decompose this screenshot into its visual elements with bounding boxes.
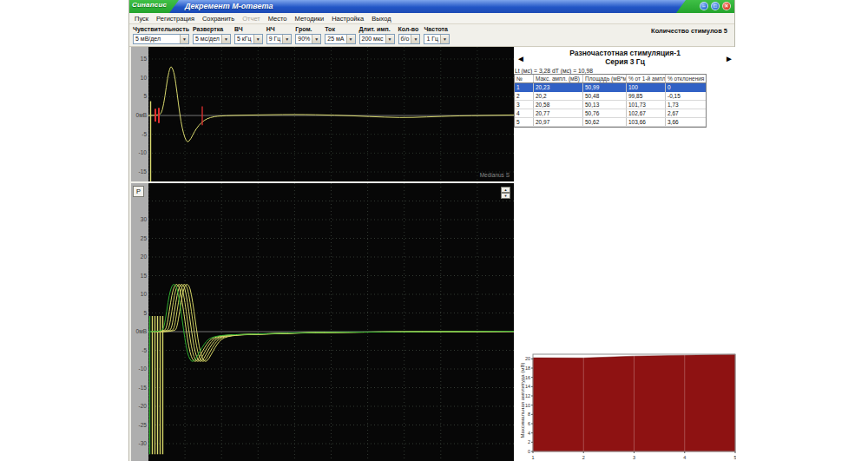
p-button[interactable]: P	[133, 186, 144, 197]
toolbar-group-3: ВЧ5 кГц▼	[234, 25, 263, 46]
combo-9[interactable]: 1 Гц▼	[424, 34, 450, 44]
top-chart-plot[interactable]: Medianus S	[148, 47, 514, 181]
table-row[interactable]: 320,5850,13101,731,73	[515, 101, 706, 109]
table-cell: 50,62	[583, 118, 627, 126]
menu-item-7[interactable]: Настройка	[332, 15, 364, 23]
combo-3[interactable]: 5 кГц▼	[234, 34, 263, 44]
menu-item-2[interactable]: Регистрация	[156, 15, 194, 23]
combo-value: 5 кГц	[235, 35, 253, 43]
table-row[interactable]: 520,9750,62103,663,66	[515, 118, 706, 127]
svg-text:2: 2	[528, 439, 530, 445]
chevron-down-icon[interactable]: ▼	[312, 35, 320, 43]
app-window: Синапсис Декремент М-ответа – □ ✕ ПускРе…	[128, 0, 735, 461]
next-series-button[interactable]: ►	[725, 55, 733, 63]
svg-text:20: 20	[525, 356, 530, 361]
toolbar-label: НЧ	[266, 25, 293, 34]
results-panel: ◄ ► Разночастотная стимуляция-1 Серия 3 …	[514, 47, 736, 461]
top-emg-waveform	[148, 47, 514, 181]
table-cell: 50,48	[583, 92, 627, 100]
svg-text:3: 3	[633, 455, 635, 460]
bottom-emg-chart: P 302520151050мВ-5-10-15-20-25-30 ▲ ▼	[131, 183, 514, 461]
combo-value: 1 Гц	[424, 35, 440, 43]
menu-item-1[interactable]: Пуск	[135, 15, 148, 23]
chevron-down-icon[interactable]: ▼	[180, 35, 188, 43]
chevron-down-icon[interactable]: ▼	[411, 35, 419, 43]
channel-label: Medianus S	[480, 172, 510, 178]
restore-button-icon[interactable]: □	[711, 2, 720, 10]
svg-text:6: 6	[528, 421, 530, 426]
y-axis-label: -30	[131, 440, 147, 447]
table-cell: 99,85	[627, 92, 666, 100]
toolbar-group-7: Длит. имп.200 мкс▼	[359, 25, 395, 46]
y-axis-label: 5	[131, 93, 147, 100]
combo-6[interactable]: 25 мА▼	[325, 34, 355, 44]
svg-text:10: 10	[525, 403, 530, 408]
chevron-down-icon[interactable]: ▼	[385, 35, 394, 43]
column-header: % отклонения	[666, 75, 706, 82]
chevron-down-icon[interactable]: ▼	[282, 35, 291, 43]
y-axis-label: 20	[131, 254, 147, 260]
toolbar-label: ВЧ	[234, 25, 263, 34]
combo-5[interactable]: 90%▼	[295, 34, 321, 44]
results-table: №Макс. ампл. (мВ)Площадь (мВ*мс)% от 1-й…	[514, 74, 707, 128]
chevron-down-icon[interactable]: ▼	[253, 35, 262, 43]
table-cell: -0,15	[666, 92, 706, 100]
toolbar-label: Длит. имп.	[359, 25, 395, 34]
table-cell: 20,2	[534, 92, 583, 100]
table-cell: 103,66	[627, 118, 666, 126]
table-cell: 1,73	[666, 101, 706, 109]
menu-item-5[interactable]: Место	[268, 15, 287, 23]
table-cell: 2,67	[666, 109, 706, 117]
y-axis-label: 25	[131, 235, 147, 242]
combo-2[interactable]: 5 мс/дел▼	[193, 34, 231, 44]
svg-text:4: 4	[528, 431, 530, 436]
svg-text:0: 0	[528, 449, 530, 454]
title-bar[interactable]: Синапсис Декремент М-ответа – □ ✕	[129, 0, 734, 13]
y-axis-label: 30	[131, 216, 147, 223]
combo-value: 5 мВ/дел	[134, 35, 180, 43]
bottom-chart-plot[interactable]: ▲ ▼	[148, 183, 514, 461]
table-cell: 20,23	[534, 83, 583, 92]
table-row[interactable]: 220,250,4899,85-0,15	[515, 92, 706, 101]
combo-7[interactable]: 200 мкс▼	[359, 34, 395, 44]
chevron-down-icon[interactable]: ▼	[440, 35, 449, 43]
toolbar-label: Чувствительность	[133, 25, 189, 34]
amplitude-area-plot: 0246810121416182012345	[514, 349, 736, 461]
menu-item-3[interactable]: Сохранить	[202, 15, 234, 23]
minimize-button-icon[interactable]: –	[700, 2, 708, 10]
combo-value: 9 Гц	[267, 35, 283, 43]
chevron-down-icon[interactable]: ▼	[221, 35, 230, 43]
prev-series-button[interactable]: ◄	[516, 55, 525, 63]
y-axis-label: -25	[131, 422, 147, 429]
svg-text:18: 18	[525, 366, 530, 371]
table-row[interactable]: 120,2350,991000	[515, 83, 706, 92]
svg-text:14: 14	[525, 384, 530, 389]
combo-value: 90%	[296, 35, 312, 43]
toolbar-label: Ток	[325, 25, 355, 34]
y-axis-label: 10	[131, 75, 147, 82]
y-axis-label: 0мВ	[131, 112, 147, 119]
svg-text:8: 8	[528, 412, 530, 417]
menu-item-6[interactable]: Методики	[295, 15, 325, 23]
close-button-icon[interactable]: ✕	[722, 2, 731, 10]
spinner-up-icon[interactable]: ▲	[501, 187, 510, 193]
bottom-chart-y-axis: 302520151050мВ-5-10-15-20-25-30	[131, 183, 148, 461]
y-axis-label: 15	[131, 56, 147, 63]
spinner-down-icon[interactable]: ▼	[501, 193, 510, 199]
combo-4[interactable]: 9 Гц▼	[266, 34, 293, 44]
svg-text:12: 12	[525, 393, 530, 398]
menu-item-4: Отчет	[242, 15, 260, 23]
combo-8[interactable]: б/о▼	[398, 34, 421, 44]
table-cell: 102,67	[627, 109, 666, 117]
menu-item-8[interactable]: Выход	[372, 15, 391, 23]
top-chart-y-axis: 151050мВ-5-10-15	[131, 47, 148, 181]
table-cell: 20,77	[534, 109, 583, 117]
y-axis-label: -20	[131, 403, 147, 410]
amplitude-chart: Максимальная амплитуда (мВ) 024681012141…	[514, 349, 736, 461]
latency-readout: Lt (мс) = 3,28 dT (мс) = 10,98	[515, 68, 736, 74]
y-axis-label: -5	[131, 347, 147, 354]
table-row[interactable]: 420,7750,76102,672,67	[515, 109, 706, 118]
table-cell: 3	[515, 101, 534, 109]
chevron-down-icon[interactable]: ▼	[346, 35, 355, 43]
combo-1[interactable]: 5 мВ/дел▼	[133, 34, 189, 44]
